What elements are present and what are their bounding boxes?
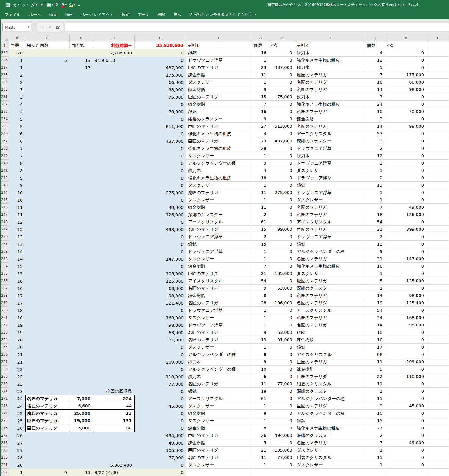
row-header-256[interactable]: 256 xyxy=(0,277,9,285)
cell-B254[interactable] xyxy=(25,263,70,270)
cell-L243[interactable] xyxy=(427,182,449,189)
row-header-235[interactable]: 235 xyxy=(0,123,9,130)
cell-D274[interactable]: 23 xyxy=(93,410,135,417)
cell-I266[interactable]: アイスクリスタル xyxy=(295,351,365,358)
cell-I272[interactable]: アルジクラベンダーの種 xyxy=(295,395,365,402)
cell-C241[interactable] xyxy=(70,167,93,174)
cell-K260[interactable]: 0 xyxy=(385,307,427,314)
cell-I258[interactable]: 名匠のマテリガ xyxy=(295,292,365,299)
cell-E235[interactable]: 611,000 xyxy=(135,123,186,130)
cell-F274[interactable]: 錬金樹脂 xyxy=(186,410,252,417)
cell-D278[interactable] xyxy=(93,439,135,447)
cell-C240[interactable] xyxy=(70,160,93,167)
cell-E231[interactable]: 75,000 xyxy=(135,93,186,101)
cell-C262[interactable] xyxy=(70,321,93,329)
cell-J270[interactable]: 11 xyxy=(365,380,385,388)
cell-G237[interactable]: 23 xyxy=(252,137,269,145)
cell-E226[interactable]: 0 xyxy=(135,57,186,64)
cell-G234[interactable]: 9 xyxy=(252,115,269,123)
cell-H227[interactable]: 437,000 xyxy=(269,64,295,71)
row-header-268[interactable]: 268 xyxy=(0,366,9,373)
cell-L275[interactable] xyxy=(427,417,449,424)
cell-J252[interactable]: 9 xyxy=(365,248,385,255)
cell-L278[interactable] xyxy=(427,439,449,447)
cell-H244[interactable]: 275,000 xyxy=(269,189,295,196)
save-icon[interactable] xyxy=(5,1,11,9)
cell-K266[interactable]: 0 xyxy=(385,351,427,358)
cell-B248[interactable] xyxy=(25,218,70,226)
cell-H260[interactable]: 0 xyxy=(269,307,295,314)
row-header-252[interactable]: 252 xyxy=(0,248,9,255)
formula-input[interactable] xyxy=(65,23,449,31)
cell-D267[interactable] xyxy=(93,358,135,366)
cell-L254[interactable] xyxy=(427,263,449,270)
cell-E253[interactable]: 147,000 xyxy=(135,255,186,263)
cell-K256[interactable]: 125,000 xyxy=(385,277,427,285)
cell-L276[interactable] xyxy=(427,424,449,432)
cell-A230[interactable]: 3 xyxy=(9,86,25,93)
cell-F242[interactable]: 強化キメラ生物の粗皮 xyxy=(186,174,252,182)
cell-C254[interactable] xyxy=(70,263,93,270)
customize-qat-icon[interactable] xyxy=(77,1,81,9)
cell-J272[interactable]: 11 xyxy=(365,395,385,402)
row-header-247[interactable]: 247 xyxy=(0,211,9,218)
cell-I256[interactable]: 魔匠のマテリガ xyxy=(295,277,365,285)
cell-D249[interactable] xyxy=(93,226,135,233)
cell-D238[interactable] xyxy=(93,145,135,152)
cell-B280[interactable] xyxy=(25,454,70,461)
cell-D266[interactable] xyxy=(93,351,135,358)
cell-K270[interactable]: 0 xyxy=(385,380,427,388)
column-header-L[interactable]: L xyxy=(427,35,449,42)
cell-A256[interactable]: 16 xyxy=(9,277,25,285)
column-header-F[interactable]: F xyxy=(186,35,252,42)
autosum-icon[interactable]: Σ xyxy=(55,1,60,9)
cell-A265[interactable]: 20 xyxy=(9,344,25,351)
cell-H229[interactable]: 0 xyxy=(269,79,295,86)
cell-K252[interactable]: 0 xyxy=(385,248,427,255)
cell-C276[interactable]: 5,000 xyxy=(70,424,93,432)
cell-I240[interactable]: ドラヴァニア浮草 xyxy=(295,160,365,167)
cell-J268[interactable]: 9 xyxy=(365,366,385,373)
cell-J281[interactable]: 1 xyxy=(365,461,385,469)
cell-F269[interactable]: 鉄刀木 xyxy=(186,373,252,380)
cell-A272[interactable]: 24 xyxy=(9,395,25,402)
cell-F250[interactable]: ドラヴァニア浮草 xyxy=(186,233,252,241)
cell-C267[interactable] xyxy=(70,358,93,366)
cell-A278[interactable]: 27 xyxy=(9,439,25,447)
cell-H238[interactable]: 0 xyxy=(269,145,295,152)
cell-J279[interactable]: 1 xyxy=(365,447,385,454)
cell-F279[interactable]: 巨匠のマテリダ xyxy=(186,447,252,454)
cell-F249[interactable]: 名匠のマテリダ xyxy=(186,226,252,233)
cell-D231[interactable] xyxy=(93,93,135,101)
cell-G277[interactable]: 26 xyxy=(252,432,269,439)
cell-C275[interactable]: 19,000 xyxy=(70,417,93,424)
cell-F261[interactable]: ダスクレザー xyxy=(186,314,252,321)
cell-A264[interactable]: 20 xyxy=(9,336,25,344)
cell-J236[interactable]: 57 xyxy=(365,130,385,137)
cell-H231[interactable]: 75,000 xyxy=(269,93,295,101)
tab-view[interactable]: 表示 xyxy=(169,10,185,19)
cell-B227[interactable] xyxy=(25,64,70,71)
row-header-229[interactable]: 229 xyxy=(0,79,9,86)
cell-I263[interactable]: 銀鉱 xyxy=(295,329,365,336)
cell-E236[interactable]: 0 xyxy=(135,130,186,137)
cell-A266[interactable]: 21 xyxy=(9,351,25,358)
cell-I277[interactable]: 深緋のクラスター xyxy=(295,432,365,439)
cell-B229[interactable] xyxy=(25,79,70,86)
cell-J243[interactable]: 13 xyxy=(365,182,385,189)
cell-K263[interactable]: 0 xyxy=(385,329,427,336)
cell-J228[interactable]: 7 xyxy=(365,71,385,79)
cell-E237[interactable]: 437,000 xyxy=(135,137,186,145)
cell-G236[interactable]: 4 xyxy=(252,130,269,137)
cell-H276[interactable]: 0 xyxy=(269,424,295,432)
cell-C248[interactable] xyxy=(70,218,93,226)
cell-C268[interactable] xyxy=(70,366,93,373)
cell-E276[interactable]: 0 xyxy=(135,424,186,432)
cell-E248[interactable]: 0 xyxy=(135,218,186,226)
cell-B240[interactable] xyxy=(25,160,70,167)
cell-D257[interactable] xyxy=(93,285,135,292)
cell-B245[interactable] xyxy=(25,196,70,204)
cell-F258[interactable]: 錬金樹脂 xyxy=(186,292,252,299)
cell-E274[interactable]: 0 xyxy=(135,410,186,417)
cell-L266[interactable] xyxy=(427,351,449,358)
